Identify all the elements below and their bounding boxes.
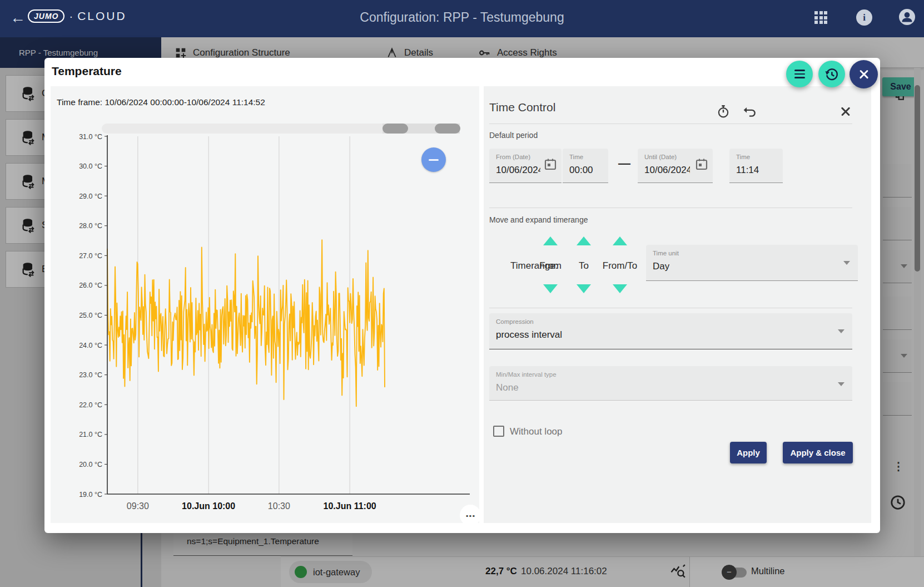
divider bbox=[489, 308, 852, 308]
until-date-field[interactable]: Until (Date) 10/06/2024 bbox=[638, 149, 713, 183]
back-arrow-icon[interactable]: ← bbox=[8, 8, 28, 28]
time-control-panel: Time Control Default period From (Date) … bbox=[484, 86, 871, 523]
chevron-down-icon bbox=[843, 261, 850, 265]
time-frame-label: Time frame: 10/06/2024 00:00:00-10/06/20… bbox=[57, 97, 265, 107]
without-loop-checkbox[interactable] bbox=[493, 426, 504, 437]
list-icon bbox=[794, 70, 805, 78]
chevron-down-icon bbox=[838, 382, 844, 386]
timerange-fromto-down-icon[interactable] bbox=[613, 284, 627, 293]
without-loop-label: Without loop bbox=[510, 426, 563, 437]
chart-menu-button[interactable]: ... bbox=[460, 505, 481, 526]
time-range-slider[interactable] bbox=[102, 124, 460, 134]
jumo-cloud-logo: JUMO · CLOUD bbox=[28, 9, 127, 23]
timerange-fromto-up-icon[interactable] bbox=[613, 236, 627, 245]
divider bbox=[489, 208, 852, 208]
legend-list-button[interactable] bbox=[786, 61, 813, 87]
from-date-field[interactable]: From (Date) 10/06/2024 bbox=[489, 149, 562, 183]
svg-text:22.0 °C: 22.0 °C bbox=[79, 401, 102, 409]
svg-text:28.0 °C: 28.0 °C bbox=[79, 222, 102, 230]
time-control-title: Time Control bbox=[489, 101, 555, 114]
svg-text:31.0 °C: 31.0 °C bbox=[79, 133, 102, 141]
timerange-option-fromto: From/To bbox=[603, 260, 637, 272]
info-icon[interactable]: i bbox=[856, 9, 872, 26]
slider-handle-left[interactable] bbox=[382, 124, 408, 134]
svg-text:10.Jun 11:00: 10.Jun 11:00 bbox=[324, 501, 376, 511]
svg-text:21.0 °C: 21.0 °C bbox=[79, 431, 102, 438]
svg-text:09:30: 09:30 bbox=[127, 501, 149, 511]
apps-grid-icon[interactable] bbox=[814, 11, 828, 24]
undo-icon[interactable] bbox=[743, 104, 757, 119]
timerange-to-up-icon[interactable] bbox=[577, 236, 591, 245]
timerange-option-to: To bbox=[579, 260, 589, 272]
svg-text:25.0 °C: 25.0 °C bbox=[79, 312, 102, 319]
app-bar: ← JUMO · CLOUD Configuration: RPP - Test… bbox=[0, 0, 924, 37]
calendar-icon[interactable] bbox=[695, 157, 708, 171]
range-separator: — bbox=[616, 156, 633, 171]
temperature-chart: 31.0 °C30.0 °C29.0 °C28.0 °C27.0 °C26.0 … bbox=[51, 86, 479, 523]
history-icon bbox=[824, 66, 839, 82]
account-icon[interactable] bbox=[899, 9, 915, 25]
chart-panel: Time frame: 10/06/2024 00:00:00-10/06/20… bbox=[51, 86, 479, 523]
app-window: Configuration Structure Details Access R… bbox=[0, 0, 924, 587]
svg-text:10.Jun 10:00: 10.Jun 10:00 bbox=[182, 501, 235, 511]
apply-close-button[interactable]: Apply & close bbox=[783, 442, 853, 463]
from-time-field[interactable]: Time 00:00 bbox=[563, 149, 608, 183]
timerange-to-down-icon[interactable] bbox=[577, 284, 591, 293]
timerange-option-from: From bbox=[539, 260, 562, 272]
svg-text:23.0 °C: 23.0 °C bbox=[79, 371, 102, 379]
close-icon bbox=[858, 68, 870, 81]
history-button[interactable] bbox=[818, 61, 845, 87]
svg-text:19.0 °C: 19.0 °C bbox=[79, 491, 102, 499]
move-expand-label: Move and expand timerange bbox=[489, 215, 588, 224]
cloud-logo-text: CLOUD bbox=[77, 9, 127, 23]
minmax-interval-select[interactable]: Min/Max interval type None bbox=[489, 366, 852, 401]
zoom-out-button[interactable] bbox=[421, 147, 446, 172]
minus-icon bbox=[429, 159, 439, 161]
jumo-logo: JUMO bbox=[28, 9, 64, 23]
page-title: Configuration: RPP - Testumgebung bbox=[167, 10, 757, 25]
divider bbox=[489, 124, 852, 124]
temperature-dialog: Temperature Time frame: 10/06/2024 00:00… bbox=[44, 58, 880, 533]
chevron-down-icon bbox=[838, 329, 844, 333]
svg-text:30.0 °C: 30.0 °C bbox=[79, 162, 102, 170]
svg-text:24.0 °C: 24.0 °C bbox=[79, 342, 102, 349]
default-period-label: Default period bbox=[489, 131, 538, 140]
timerange-from-up-icon[interactable] bbox=[543, 236, 558, 245]
svg-text:10:30: 10:30 bbox=[268, 501, 290, 511]
svg-text:26.0 °C: 26.0 °C bbox=[79, 282, 102, 289]
until-time-field[interactable]: Time 11:14 bbox=[729, 149, 783, 183]
calendar-icon[interactable] bbox=[544, 157, 557, 171]
slider-handle-right[interactable] bbox=[435, 124, 460, 134]
dialog-close-button[interactable] bbox=[850, 60, 878, 88]
timerange-from-down-icon[interactable] bbox=[543, 284, 558, 293]
time-unit-select[interactable]: Time unit Day bbox=[646, 245, 858, 281]
svg-text:20.0 °C: 20.0 °C bbox=[79, 461, 102, 468]
svg-text:29.0 °C: 29.0 °C bbox=[79, 193, 102, 200]
dialog-title: Temperature bbox=[52, 65, 122, 78]
apply-button[interactable]: Apply bbox=[730, 442, 767, 463]
time-control-close-icon[interactable] bbox=[839, 105, 854, 120]
timer-icon[interactable] bbox=[716, 104, 731, 119]
svg-text:27.0 °C: 27.0 °C bbox=[79, 252, 102, 260]
compression-select[interactable]: Compression process interval bbox=[489, 313, 852, 349]
